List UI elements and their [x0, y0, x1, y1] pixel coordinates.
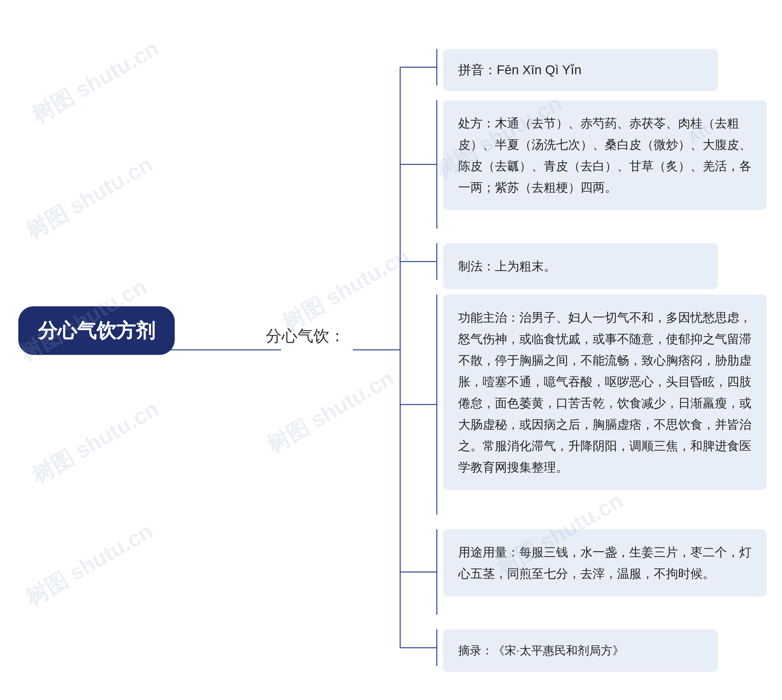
- card-source: 摘录：《宋·太平惠民和剂局方》: [443, 629, 718, 672]
- card-pinyin: 拼音：Fēn Xīn Qì Yǐn: [443, 49, 718, 91]
- card-pinyin-text: 拼音：Fēn Xīn Qì Yǐn: [458, 63, 581, 77]
- watermark-4: 树图 shutu.cn: [27, 394, 164, 490]
- card-function: 功能主治：治男子、妇人一切气不和，多因忧愁思虑，怒气伤神，或临食忧戚，或事不随意…: [443, 295, 767, 490]
- watermark-2: 树图 shutu.cn: [20, 150, 158, 246]
- root-label: 分心气饮方剂: [38, 320, 155, 342]
- card-dosage-text: 用途用量：每服三钱，水一盏，生姜三片，枣二个，灯心五茎，同煎至七分，去滓，温服，…: [458, 545, 752, 580]
- card-preparation-text: 制法：上为粗末。: [458, 259, 556, 273]
- mid-label: 分心气饮：: [266, 327, 345, 345]
- watermark-1: 树图 shutu.cn: [27, 33, 164, 130]
- root-node: 分心气饮方剂: [18, 307, 175, 355]
- card-source-text: 摘录：《宋·太平惠民和剂局方》: [458, 644, 624, 657]
- watermark-5: 树图 shutu.cn: [20, 517, 158, 613]
- watermark-7: 树图 shutu.cn: [262, 363, 399, 460]
- card-preparation: 制法：上为粗末。: [443, 243, 718, 289]
- mid-node: 分心气饮：: [266, 325, 345, 347]
- card-prescription: 处方：木通（去节）、赤芍药、赤茯苓、肉桂（去粗皮）、半夏（汤洗七次）、桑白皮（微…: [443, 100, 767, 210]
- canvas: 树图 shutu.cn 树图 shutu.cn 树图 shutu.cn 树图 s…: [0, 0, 782, 700]
- card-function-text: 功能主治：治男子、妇人一切气不和，多因忧愁思虑，怒气伤神，或临食忧戚，或事不随意…: [458, 311, 752, 474]
- card-dosage: 用途用量：每服三钱，水一盏，生姜三片，枣二个，灯心五茎，同煎至七分，去滓，温服，…: [443, 529, 767, 597]
- watermark-6: 树图 shutu.cn: [277, 242, 414, 338]
